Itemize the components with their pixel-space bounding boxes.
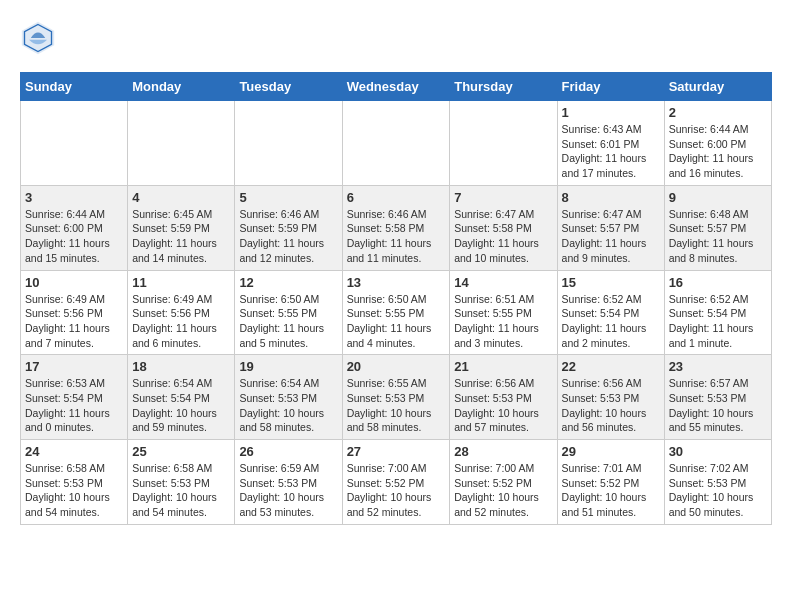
day-number: 14 [454, 275, 552, 290]
calendar-day-cell [342, 101, 450, 186]
day-info: Sunrise: 6:58 AM Sunset: 5:53 PM Dayligh… [132, 461, 230, 520]
day-number: 26 [239, 444, 337, 459]
day-number: 20 [347, 359, 446, 374]
calendar-day-cell: 18Sunrise: 6:54 AM Sunset: 5:54 PM Dayli… [128, 355, 235, 440]
day-info: Sunrise: 6:44 AM Sunset: 6:00 PM Dayligh… [669, 122, 767, 181]
day-number: 25 [132, 444, 230, 459]
calendar-day-cell: 10Sunrise: 6:49 AM Sunset: 5:56 PM Dayli… [21, 270, 128, 355]
calendar-day-cell: 20Sunrise: 6:55 AM Sunset: 5:53 PM Dayli… [342, 355, 450, 440]
day-number: 4 [132, 190, 230, 205]
day-info: Sunrise: 6:50 AM Sunset: 5:55 PM Dayligh… [347, 292, 446, 351]
logo-icon [20, 20, 56, 56]
day-number: 16 [669, 275, 767, 290]
calendar-day-cell: 9Sunrise: 6:48 AM Sunset: 5:57 PM Daylig… [664, 185, 771, 270]
weekday-header-wednesday: Wednesday [342, 73, 450, 101]
day-info: Sunrise: 6:54 AM Sunset: 5:54 PM Dayligh… [132, 376, 230, 435]
calendar-day-cell [128, 101, 235, 186]
calendar-day-cell: 29Sunrise: 7:01 AM Sunset: 5:52 PM Dayli… [557, 440, 664, 525]
day-number: 1 [562, 105, 660, 120]
day-info: Sunrise: 6:50 AM Sunset: 5:55 PM Dayligh… [239, 292, 337, 351]
page-header [20, 20, 772, 56]
calendar-day-cell: 7Sunrise: 6:47 AM Sunset: 5:58 PM Daylig… [450, 185, 557, 270]
weekday-header-sunday: Sunday [21, 73, 128, 101]
day-info: Sunrise: 6:46 AM Sunset: 5:59 PM Dayligh… [239, 207, 337, 266]
day-number: 13 [347, 275, 446, 290]
calendar-day-cell: 21Sunrise: 6:56 AM Sunset: 5:53 PM Dayli… [450, 355, 557, 440]
day-number: 2 [669, 105, 767, 120]
day-info: Sunrise: 6:48 AM Sunset: 5:57 PM Dayligh… [669, 207, 767, 266]
day-info: Sunrise: 6:54 AM Sunset: 5:53 PM Dayligh… [239, 376, 337, 435]
day-info: Sunrise: 7:01 AM Sunset: 5:52 PM Dayligh… [562, 461, 660, 520]
calendar-day-cell: 16Sunrise: 6:52 AM Sunset: 5:54 PM Dayli… [664, 270, 771, 355]
weekday-header-monday: Monday [128, 73, 235, 101]
calendar-day-cell: 12Sunrise: 6:50 AM Sunset: 5:55 PM Dayli… [235, 270, 342, 355]
day-number: 9 [669, 190, 767, 205]
day-info: Sunrise: 6:58 AM Sunset: 5:53 PM Dayligh… [25, 461, 123, 520]
day-info: Sunrise: 6:47 AM Sunset: 5:58 PM Dayligh… [454, 207, 552, 266]
calendar-table: SundayMondayTuesdayWednesdayThursdayFrid… [20, 72, 772, 525]
weekday-header-saturday: Saturday [664, 73, 771, 101]
day-number: 6 [347, 190, 446, 205]
weekday-header-friday: Friday [557, 73, 664, 101]
calendar-day-cell: 6Sunrise: 6:46 AM Sunset: 5:58 PM Daylig… [342, 185, 450, 270]
calendar-week-row: 10Sunrise: 6:49 AM Sunset: 5:56 PM Dayli… [21, 270, 772, 355]
calendar-day-cell: 4Sunrise: 6:45 AM Sunset: 5:59 PM Daylig… [128, 185, 235, 270]
calendar-day-cell: 17Sunrise: 6:53 AM Sunset: 5:54 PM Dayli… [21, 355, 128, 440]
day-info: Sunrise: 7:00 AM Sunset: 5:52 PM Dayligh… [347, 461, 446, 520]
day-number: 27 [347, 444, 446, 459]
calendar-day-cell [21, 101, 128, 186]
calendar-day-cell: 1Sunrise: 6:43 AM Sunset: 6:01 PM Daylig… [557, 101, 664, 186]
weekday-header-thursday: Thursday [450, 73, 557, 101]
day-number: 3 [25, 190, 123, 205]
day-info: Sunrise: 6:53 AM Sunset: 5:54 PM Dayligh… [25, 376, 123, 435]
day-number: 22 [562, 359, 660, 374]
day-number: 21 [454, 359, 552, 374]
calendar-week-row: 1Sunrise: 6:43 AM Sunset: 6:01 PM Daylig… [21, 101, 772, 186]
calendar-week-row: 17Sunrise: 6:53 AM Sunset: 5:54 PM Dayli… [21, 355, 772, 440]
calendar-day-cell: 27Sunrise: 7:00 AM Sunset: 5:52 PM Dayli… [342, 440, 450, 525]
logo [20, 20, 60, 56]
day-info: Sunrise: 6:56 AM Sunset: 5:53 PM Dayligh… [562, 376, 660, 435]
calendar-day-cell: 15Sunrise: 6:52 AM Sunset: 5:54 PM Dayli… [557, 270, 664, 355]
day-info: Sunrise: 6:51 AM Sunset: 5:55 PM Dayligh… [454, 292, 552, 351]
calendar-day-cell: 19Sunrise: 6:54 AM Sunset: 5:53 PM Dayli… [235, 355, 342, 440]
day-number: 10 [25, 275, 123, 290]
day-info: Sunrise: 6:49 AM Sunset: 5:56 PM Dayligh… [132, 292, 230, 351]
day-info: Sunrise: 7:00 AM Sunset: 5:52 PM Dayligh… [454, 461, 552, 520]
day-number: 19 [239, 359, 337, 374]
day-number: 15 [562, 275, 660, 290]
calendar-day-cell [235, 101, 342, 186]
day-number: 5 [239, 190, 337, 205]
day-info: Sunrise: 7:02 AM Sunset: 5:53 PM Dayligh… [669, 461, 767, 520]
calendar-day-cell [450, 101, 557, 186]
calendar-day-cell: 5Sunrise: 6:46 AM Sunset: 5:59 PM Daylig… [235, 185, 342, 270]
day-info: Sunrise: 6:59 AM Sunset: 5:53 PM Dayligh… [239, 461, 337, 520]
calendar-day-cell: 3Sunrise: 6:44 AM Sunset: 6:00 PM Daylig… [21, 185, 128, 270]
weekday-header-tuesday: Tuesday [235, 73, 342, 101]
calendar-week-row: 3Sunrise: 6:44 AM Sunset: 6:00 PM Daylig… [21, 185, 772, 270]
day-info: Sunrise: 6:44 AM Sunset: 6:00 PM Dayligh… [25, 207, 123, 266]
calendar-day-cell: 30Sunrise: 7:02 AM Sunset: 5:53 PM Dayli… [664, 440, 771, 525]
calendar-day-cell: 24Sunrise: 6:58 AM Sunset: 5:53 PM Dayli… [21, 440, 128, 525]
day-number: 7 [454, 190, 552, 205]
calendar-day-cell: 2Sunrise: 6:44 AM Sunset: 6:00 PM Daylig… [664, 101, 771, 186]
day-info: Sunrise: 6:57 AM Sunset: 5:53 PM Dayligh… [669, 376, 767, 435]
day-number: 23 [669, 359, 767, 374]
day-info: Sunrise: 6:55 AM Sunset: 5:53 PM Dayligh… [347, 376, 446, 435]
day-number: 29 [562, 444, 660, 459]
day-info: Sunrise: 6:47 AM Sunset: 5:57 PM Dayligh… [562, 207, 660, 266]
calendar-week-row: 24Sunrise: 6:58 AM Sunset: 5:53 PM Dayli… [21, 440, 772, 525]
day-info: Sunrise: 6:52 AM Sunset: 5:54 PM Dayligh… [669, 292, 767, 351]
day-number: 8 [562, 190, 660, 205]
day-number: 18 [132, 359, 230, 374]
day-info: Sunrise: 6:46 AM Sunset: 5:58 PM Dayligh… [347, 207, 446, 266]
calendar-day-cell: 22Sunrise: 6:56 AM Sunset: 5:53 PM Dayli… [557, 355, 664, 440]
day-info: Sunrise: 6:45 AM Sunset: 5:59 PM Dayligh… [132, 207, 230, 266]
calendar-day-cell: 13Sunrise: 6:50 AM Sunset: 5:55 PM Dayli… [342, 270, 450, 355]
day-number: 11 [132, 275, 230, 290]
weekday-header-row: SundayMondayTuesdayWednesdayThursdayFrid… [21, 73, 772, 101]
day-number: 24 [25, 444, 123, 459]
day-number: 12 [239, 275, 337, 290]
calendar-day-cell: 25Sunrise: 6:58 AM Sunset: 5:53 PM Dayli… [128, 440, 235, 525]
calendar-day-cell: 11Sunrise: 6:49 AM Sunset: 5:56 PM Dayli… [128, 270, 235, 355]
